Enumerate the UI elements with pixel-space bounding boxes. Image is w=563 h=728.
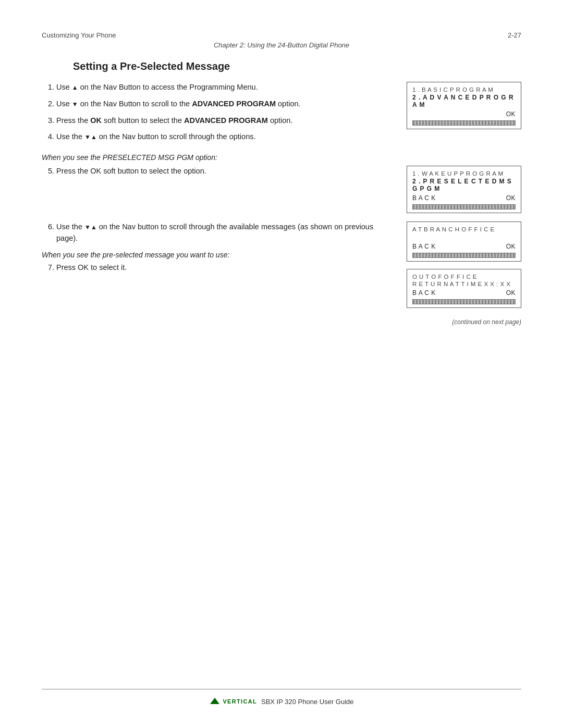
screen2-back: B A C K [412,194,436,202]
screen3-line1: A T B R A N C H O F F I C E [412,226,516,232]
step-5-section: Press the OK soft button to select the o… [42,166,521,213]
steps-list-3: Use the ▼▲ on the Nav button to scroll t… [42,221,391,244]
screen-col-1: 1 . B A S I C P R O G R A M 2 . A D V A … [407,82,521,129]
up-arrow-icon-1: ▲ [72,83,78,92]
screen-col-2: 1 . W A K E U P P R O G R A M 2 . P R E … [407,166,521,213]
footer-content: VERTICAL SBX IP 320 Phone User Guide [42,696,521,707]
page-footer: VERTICAL SBX IP 320 Phone User Guide [42,689,521,707]
steps-list-4: Press OK to select it. [42,262,391,274]
screen4-bottom: B A C K OK [412,289,516,297]
phone-screen-2: 1 . W A K E U P P R O G R A M 2 . P R E … [407,166,521,213]
screen4-ok: OK [506,289,516,297]
screen2-nav-bar [412,204,516,209]
phone-screen-4: O U T O F O F F I C E R E T U R N A T T … [407,269,521,308]
vertical-logo-icon [209,696,221,707]
advanced-program-bold-3: ADVANCED PROGRAM [184,116,268,125]
page-header: Customizing Your Phone 2-27 [42,31,521,39]
step-3: Press the OK soft button to select the A… [56,115,391,127]
bottom-screens: A T B R A N C H O F F I C E B A C K OK O… [407,221,521,308]
step-4: Use the ▼▲ on the Nav button to scroll t… [56,131,391,143]
step-5: Press the OK soft button to select the o… [56,166,391,177]
steps-col-1: Use ▲ on the Nav Button to access the Pr… [42,82,391,148]
header-right: 2-27 [508,31,521,39]
screen1-ok: OK [506,110,516,118]
page-container: Customizing Your Phone 2-27 Chapter 2: U… [0,0,563,728]
step-6: Use the ▼▲ on the Nav button to scroll t… [56,221,391,244]
steps-1-4-section: Use ▲ on the Nav Button to access the Pr… [42,82,521,148]
down-arrow-icon-4: ▼ [84,132,91,142]
up-arrow-icon-6: ▲ [91,223,97,232]
screen2-bottom: B A C K OK [412,194,516,202]
screen3-nav-bar [412,253,516,258]
down-arrow-icon-6: ▼ [84,223,91,232]
screen4-back: B A C K [412,289,436,297]
screen4-line2: R E T U R N A T T I M E X X : X X [412,281,516,287]
steps-list-2: Press the OK soft button to select the o… [42,166,391,177]
page-subheader: Chapter 2: Using the 24-Button Digital P… [42,41,521,49]
bottom-steps: Use the ▼▲ on the Nav button to scroll t… [42,221,391,278]
step-2: Use ▼ on the Nav Button to scroll to the… [56,98,391,110]
up-arrow-icon-4: ▲ [91,132,97,142]
screen2-line1: 1 . W A K E U P P R O G R A M [412,170,516,177]
footer-product: SBX IP 320 Phone User Guide [261,698,354,706]
footer-brand: VERTICAL [223,698,257,705]
screen1-nav-bar [412,120,516,126]
screen3-bottom: B A C K OK [412,243,516,250]
steps-col-2: Press the OK soft button to select the o… [42,166,391,182]
svg-marker-0 [210,698,219,704]
italic-note-1: When you see the PRESELECTED MSG PGM opt… [42,153,521,162]
screen1-line2: 2 . A D V A N C E D P R O G R A M [412,94,516,108]
phone-screen-1: 1 . B A S I C P R O G R A M 2 . A D V A … [407,82,521,129]
down-arrow-icon-2: ▼ [72,100,78,109]
bottom-section: Use the ▼▲ on the Nav button to scroll t… [42,221,521,308]
phone-screen-3: A T B R A N C H O F F I C E B A C K OK [407,221,521,262]
screen1-line1: 1 . B A S I C P R O G R A M [412,87,516,93]
screen4-nav-bar [412,299,516,304]
section-title: Setting a Pre-Selected Message [73,60,521,72]
screen3-back: B A C K [412,243,436,250]
step-7: Press OK to select it. [56,262,391,274]
screen4-line1: O U T O F O F F I C E [412,274,516,280]
italic-note-2: When you see the pre-selected message yo… [42,251,391,259]
footer-divider [42,689,521,689]
steps-list-1: Use ▲ on the Nav Button to access the Pr… [42,82,391,143]
step-1: Use ▲ on the Nav Button to access the Pr… [56,82,391,93]
screen2-ok: OK [506,194,516,202]
footer-logo: VERTICAL [209,696,257,707]
ok-bold-3: OK [90,116,102,125]
screen2-line2: 2 . P R E S E L E C T E D M S G P G M [412,178,516,192]
continued-note: (continued on next page) [42,318,521,326]
advanced-program-bold-2: ADVANCED PROGRAM [192,100,276,108]
screen1-bottom: OK [412,110,516,118]
screen3-ok: OK [506,243,516,250]
header-left: Customizing Your Phone [42,31,116,39]
